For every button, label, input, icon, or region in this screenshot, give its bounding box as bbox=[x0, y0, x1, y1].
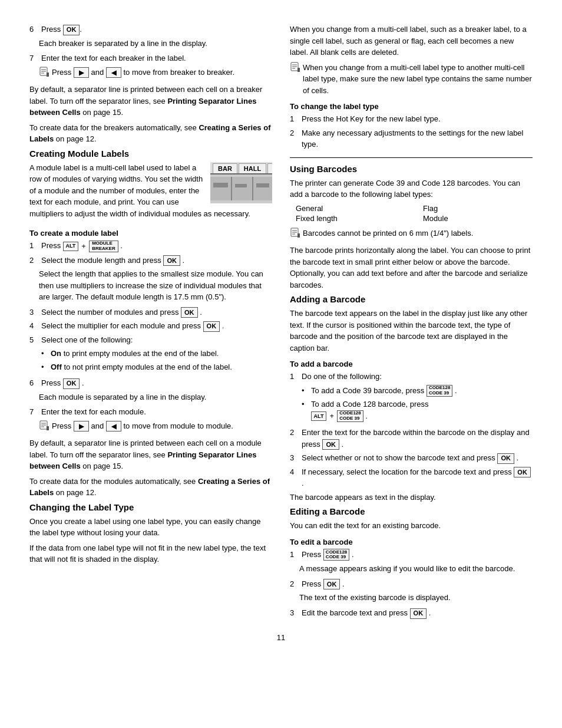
add-step-num-2: 2 bbox=[290, 427, 298, 450]
code128-key-add[interactable]: CODE128CODE 39 bbox=[337, 410, 363, 422]
step7-press-label: Press bbox=[52, 68, 71, 77]
gym-tab: GYM bbox=[267, 163, 272, 173]
create-step-3: 3 Select the number of modules and press… bbox=[29, 307, 272, 318]
ok-key-create-2[interactable]: OK bbox=[163, 255, 180, 266]
step-num-6: 6 bbox=[29, 24, 38, 35]
barcode-para1: The barcode prints horizontally along th… bbox=[290, 245, 533, 291]
module-img-inner: BAR HALL GYM bbox=[210, 162, 272, 203]
add-step-1-content: Do one of the following: To add a Code 3… bbox=[302, 371, 533, 424]
ok-key-6[interactable]: OK bbox=[63, 25, 80, 35]
ok-key-edit-2[interactable]: OK bbox=[323, 579, 340, 589]
create-step-2-sub: Select the length that applies to the sm… bbox=[39, 268, 272, 303]
create-step7-and: and bbox=[91, 421, 104, 430]
ok-key-create-6[interactable]: OK bbox=[63, 378, 80, 389]
series-para2: To create data for the modules automatic… bbox=[29, 476, 272, 499]
add-step-1: 1 Do one of the following: To add a Code… bbox=[290, 371, 533, 424]
edit-step-2-desc: The text of the existing barcode is disp… bbox=[299, 592, 533, 604]
create-step1-press: Press bbox=[41, 241, 61, 250]
step-7: 7 Enter the text for each breaker in the… bbox=[29, 52, 272, 64]
create-step-3-content: Select the number of modules and press O… bbox=[41, 307, 272, 318]
create-step-7-content: Enter the text for each module. bbox=[41, 406, 272, 418]
ok-key-create-4[interactable]: OK bbox=[203, 321, 220, 332]
svg-marker-20 bbox=[297, 68, 300, 72]
label-type-module: Module bbox=[423, 214, 533, 223]
note-icon-right1 bbox=[290, 62, 300, 76]
add-step-num-4: 4 bbox=[290, 466, 298, 489]
edit-step-1: 1 Press CODE128CODE 39 . bbox=[290, 549, 533, 561]
alt-key[interactable]: ALT bbox=[63, 242, 78, 251]
step5-bullets: On to print empty modules at the end of … bbox=[41, 348, 272, 373]
module-breaker-key[interactable]: MODULEBREAKER bbox=[89, 241, 118, 252]
page-number: 11 bbox=[29, 633, 533, 642]
to-add-barcode-heading: To add a barcode bbox=[290, 360, 533, 368]
code39-key-add[interactable]: CODE128CODE 39 bbox=[427, 385, 452, 397]
section5-desc: You can edit the text for an existing ba… bbox=[290, 520, 533, 532]
change-step-1-content: Press the Hot Key for the new label type… bbox=[302, 113, 533, 125]
edit-step2-press: Press bbox=[302, 579, 321, 588]
add-bullet-code39: To add a Code 39 barcode, press CODE128C… bbox=[302, 385, 533, 397]
left-column: 6 Press OK. Each breaker is separated by… bbox=[29, 24, 272, 621]
edit-step-num-3: 3 bbox=[290, 607, 298, 619]
create-step-5-content: Select one of the following: On to print… bbox=[41, 334, 272, 375]
step-num-7: 7 bbox=[29, 52, 38, 64]
right-para1: When you change from a multi-cell label,… bbox=[290, 24, 533, 58]
ok-key-add-3[interactable]: OK bbox=[497, 453, 514, 464]
section2-desc2: If the data from one label type will not… bbox=[29, 542, 272, 565]
label-tabs: BAR HALL GYM bbox=[210, 162, 272, 174]
svg-rect-5 bbox=[210, 177, 272, 200]
create-step7-suffix: to move from module to module. bbox=[123, 421, 233, 430]
left-arrow-key[interactable]: ◀ bbox=[106, 67, 121, 78]
label-types-table: General Flag Fixed length Module bbox=[296, 204, 533, 223]
alt-key-barcode[interactable]: ALT bbox=[311, 411, 326, 421]
change-step-1: 1 Press the Hot Key for the new label ty… bbox=[290, 113, 533, 125]
create-step-num-3: 3 bbox=[29, 307, 38, 318]
label-type-flag: Flag bbox=[423, 204, 533, 213]
edit-step-1-content: Press CODE128CODE 39 . bbox=[302, 549, 533, 561]
create-step-1-content: Press ALT + MODULEBREAKER . bbox=[41, 240, 272, 252]
changing-label-type-heading: Changing the Label Type bbox=[29, 502, 272, 512]
create-step-5: 5 Select one of the following: On to pri… bbox=[29, 334, 272, 375]
left-arrow-key-7[interactable]: ◀ bbox=[106, 421, 121, 431]
edit-step-num-2: 2 bbox=[290, 578, 298, 590]
svg-marker-15 bbox=[47, 426, 49, 430]
ok-key-add-2[interactable]: OK bbox=[322, 439, 339, 450]
step-7-note: Press ▶ and ◀ to move from breaker to br… bbox=[39, 67, 272, 81]
create-step-6-desc: Each module is separated by a line in th… bbox=[39, 391, 272, 403]
right-arrow-key[interactable]: ▶ bbox=[74, 67, 89, 78]
step-6-content: Press OK. bbox=[41, 24, 272, 35]
change-step-2: 2 Make any necessary adjustments to the … bbox=[290, 127, 533, 150]
svg-rect-9 bbox=[235, 184, 247, 187]
section-separator bbox=[290, 157, 533, 158]
to-create-module-label-heading: To create a module label bbox=[29, 229, 272, 238]
add-step-4-content: If necessary, select the location for th… bbox=[302, 466, 533, 489]
create-step-2-content: Select the module length and press OK . bbox=[41, 255, 272, 266]
bullet-off: Off to not print empty modules at the en… bbox=[41, 361, 272, 373]
ok-key-add-4[interactable]: OK bbox=[514, 467, 531, 477]
add-step-3: 3 Select whether or not to show the barc… bbox=[290, 452, 533, 464]
series-para: To create data for the breakers automati… bbox=[29, 122, 272, 145]
code39-key-edit[interactable]: CODE128CODE 39 bbox=[323, 549, 349, 561]
section4-desc: The barcode text appears on the label in… bbox=[290, 308, 533, 354]
to-change-label-type-heading: To change the label type bbox=[290, 102, 533, 111]
create-step-num-2: 2 bbox=[29, 255, 38, 266]
ok-key-create-3[interactable]: OK bbox=[181, 307, 198, 318]
note-icon-barcode bbox=[290, 228, 300, 242]
add-step-num-1: 1 bbox=[290, 371, 298, 424]
svg-marker-25 bbox=[297, 233, 300, 238]
change-step-num-2: 2 bbox=[290, 127, 298, 150]
right-arrow-key-7[interactable]: ▶ bbox=[74, 421, 89, 431]
editing-barcode-heading: Editing a Barcode bbox=[290, 506, 533, 516]
bullet-on: On to print empty modules at the end of … bbox=[41, 348, 272, 360]
svg-rect-10 bbox=[256, 183, 269, 187]
note-icon-create-7 bbox=[39, 420, 49, 434]
step-6-desc: Each breaker is separated by a line in t… bbox=[39, 38, 272, 50]
ok-key-edit-3[interactable]: OK bbox=[410, 608, 427, 619]
create-step-num-7: 7 bbox=[29, 406, 38, 418]
module-image: BAR HALL GYM bbox=[210, 162, 272, 203]
edit-step-2-content: Press OK . bbox=[302, 578, 533, 590]
add-step1-bullets: To add a Code 39 barcode, press CODE128C… bbox=[302, 385, 533, 423]
using-barcodes-heading: Using Barcodes bbox=[290, 164, 533, 174]
step7-and: and bbox=[91, 68, 104, 77]
right-column: When you change from a multi-cell label,… bbox=[290, 24, 533, 621]
adding-barcode-heading: Adding a Barcode bbox=[290, 294, 533, 304]
